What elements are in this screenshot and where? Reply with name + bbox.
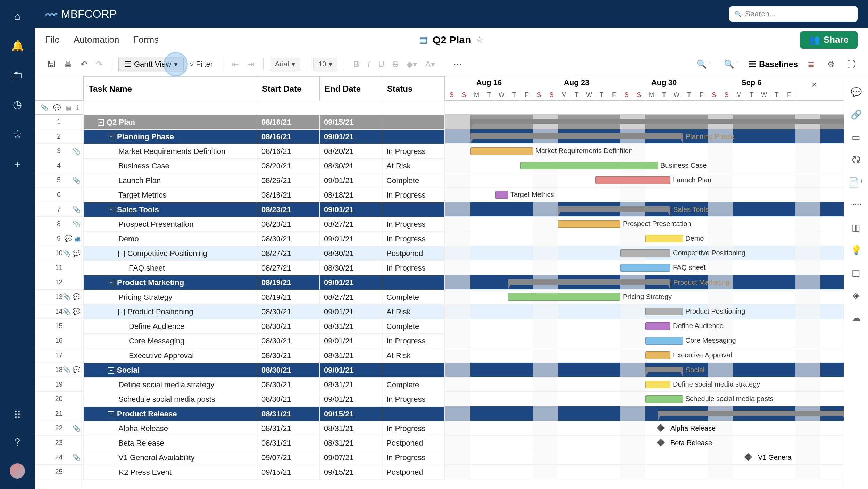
task-name-cell[interactable]: Schedule social media posts (84, 392, 257, 407)
tab-forms[interactable]: Forms (133, 34, 159, 45)
status-cell[interactable]: At Risk (382, 159, 445, 173)
gantt-row[interactable]: V1 Genera (445, 450, 844, 465)
end-date-cell[interactable]: 09/01/21 (320, 232, 382, 246)
status-cell[interactable]: In Progress (382, 232, 445, 246)
status-cell[interactable]: Complete (382, 378, 445, 392)
gantt-task-bar[interactable]: Business Case (520, 162, 658, 169)
task-name-cell[interactable]: Beta Release (84, 436, 257, 450)
row-number[interactable]: 5📎 (35, 173, 83, 188)
status-cell[interactable] (382, 407, 445, 421)
clock-icon[interactable]: ◷ (13, 98, 22, 110)
table-row[interactable]: Define social media strategy08/30/2108/3… (84, 378, 445, 392)
clip-icon[interactable]: 📎 (73, 206, 80, 213)
cal-icon[interactable]: ▦ (74, 235, 80, 242)
start-date-cell[interactable]: 08/16/21 (257, 115, 320, 130)
gantt-row[interactable] (445, 406, 844, 421)
end-date-cell[interactable]: 08/27/21 (320, 290, 382, 305)
close-icon[interactable]: ✕ (811, 81, 817, 89)
clip-icon[interactable]: 📎 (63, 249, 70, 257)
gantt-row[interactable]: Executive Approval (445, 348, 844, 363)
row-number[interactable]: 23 (35, 436, 83, 450)
filter-button[interactable]: ▿ Filter (186, 58, 216, 71)
underline-icon[interactable]: U (375, 57, 387, 72)
text-color-icon[interactable]: A▾ (423, 57, 438, 72)
gantt-row[interactable] (445, 115, 844, 129)
start-date-cell[interactable]: 08/30/21 (257, 305, 320, 319)
clip-icon[interactable]: 📎 (73, 147, 80, 155)
task-name-cell[interactable]: Define Audience (84, 319, 257, 334)
status-cell[interactable]: In Progress (382, 144, 445, 159)
favorite-star-icon[interactable]: ☆ (476, 35, 484, 45)
end-date-cell[interactable]: 08/31/21 (320, 319, 382, 334)
status-cell[interactable]: In Progress (382, 261, 445, 275)
row-number[interactable]: 14📎💬 (35, 304, 83, 319)
start-date-cell[interactable]: 08/30/21 (257, 348, 320, 363)
start-date-cell[interactable]: 08/23/21 (257, 202, 320, 217)
col-end[interactable]: End Date (320, 77, 382, 101)
bell-icon[interactable]: 🔔 (11, 40, 24, 52)
row-number[interactable]: 4 (35, 158, 83, 173)
table-row[interactable]: −Planning Phase08/16/2109/01/21 (84, 130, 445, 144)
gantt-row[interactable]: Define Audience (445, 319, 844, 333)
zoom-out-icon[interactable]: 🔍⁻ (721, 57, 742, 72)
tab-file[interactable]: File (45, 34, 60, 45)
gantt-task-bar[interactable]: Launch Plan (595, 176, 670, 184)
end-date-cell[interactable]: 09/01/21 (320, 130, 382, 144)
table-row[interactable]: Launch Plan08/26/2109/01/21Complete (84, 173, 445, 188)
end-date-cell[interactable]: 08/27/21 (320, 217, 382, 232)
clip-icon[interactable]: 📎 (63, 293, 70, 301)
end-date-cell[interactable]: 09/01/21 (320, 363, 382, 378)
help-icon[interactable]: ？ (12, 435, 23, 449)
tips-icon[interactable]: 💡 (851, 245, 862, 256)
gantt-chart[interactable]: ✕ Aug 16Aug 23Aug 30Sep 6 SSMTWTFSSMTWTF… (445, 76, 844, 489)
table-row[interactable]: Executive Approval08/30/2108/31/21At Ris… (84, 348, 445, 363)
start-date-cell[interactable]: 08/30/21 (257, 363, 320, 378)
row-number[interactable]: 1 (35, 115, 83, 129)
gantt-task-bar[interactable]: Demo (645, 235, 683, 242)
start-date-cell[interactable]: 08/27/21 (257, 261, 320, 275)
tab-automation[interactable]: Automation (74, 34, 119, 45)
status-cell[interactable]: Postponed (382, 436, 445, 450)
end-date-cell[interactable]: 08/31/21 (320, 421, 382, 436)
search-box[interactable]: 🔍 (729, 6, 858, 22)
task-name-cell[interactable]: Alpha Release (84, 421, 257, 436)
gantt-task-bar[interactable]: Prospect Presentation (558, 220, 620, 228)
italic-icon[interactable]: I (365, 57, 373, 72)
start-date-cell[interactable]: 09/15/21 (257, 465, 320, 480)
row-number[interactable]: 2 (35, 129, 83, 144)
font-selector[interactable]: Arial ▾ (270, 58, 300, 71)
status-cell[interactable]: In Progress (382, 392, 445, 407)
task-name-cell[interactable]: -Product Positioning (84, 305, 257, 319)
gantt-row[interactable]: Schedule social media posts (445, 392, 844, 406)
table-row[interactable]: R2 Press Event09/15/2109/15/21Postponed (84, 465, 445, 480)
table-row[interactable]: -Competitive Positioning08/27/2108/30/21… (84, 246, 445, 261)
gantt-row[interactable]: Prospect Presentation (445, 217, 844, 231)
row-number[interactable]: 9💬▦ (35, 231, 83, 246)
start-date-cell[interactable]: 08/19/21 (257, 290, 320, 305)
collapse-toggle-icon[interactable]: − (108, 134, 114, 140)
gantt-task-bar[interactable]: Product Positioning (645, 308, 683, 315)
table-row[interactable]: Beta Release08/31/2108/31/21Postponed (84, 436, 445, 450)
table-row[interactable]: Pricing Strategy08/19/2108/27/21Complete (84, 290, 445, 305)
task-name-cell[interactable]: −Q2 Plan (84, 115, 257, 130)
task-name-cell[interactable]: Demo (84, 232, 257, 246)
undo-icon[interactable]: ↶ (78, 57, 90, 72)
end-date-cell[interactable]: 09/01/21 (320, 173, 382, 188)
collapse-toggle-icon[interactable]: − (98, 119, 104, 126)
status-cell[interactable]: At Risk (382, 305, 445, 319)
task-name-cell[interactable]: Prospect Presentation (84, 217, 257, 232)
indent-icon[interactable]: ⇥ (244, 57, 257, 72)
table-row[interactable]: −Product Marketing08/19/2109/01/21 (84, 275, 445, 290)
font-size-selector[interactable]: 10 ▾ (313, 58, 337, 71)
gantt-row[interactable]: Core Messaging (445, 333, 844, 348)
strikethrough-icon[interactable]: S (390, 57, 401, 72)
brandfolder-icon[interactable]: ▥ (852, 222, 860, 233)
status-cell[interactable]: In Progress (382, 334, 445, 348)
fill-color-icon[interactable]: ◆▾ (404, 57, 420, 72)
start-date-cell[interactable]: 08/30/21 (257, 378, 320, 392)
clip-icon[interactable]: 📎 (63, 366, 70, 374)
row-number[interactable]: 13📎💬 (35, 290, 83, 304)
gantt-summary-bar[interactable] (470, 119, 844, 124)
col-start[interactable]: Start Date (257, 77, 320, 101)
table-row[interactable]: −Product Release08/31/2109/15/21 (84, 407, 445, 421)
